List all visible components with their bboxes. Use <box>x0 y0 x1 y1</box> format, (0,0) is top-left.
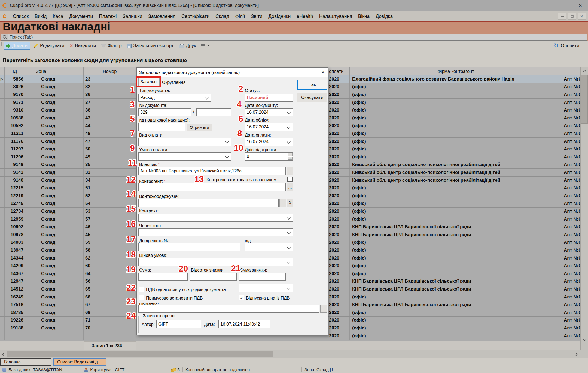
row-indicator <box>0 309 5 316</box>
cell-zone <box>25 332 57 340</box>
edit-button[interactable]: Редагувати <box>31 42 66 49</box>
price-condition-select[interactable] <box>138 258 293 266</box>
menu-item[interactable]: Вихід <box>32 14 50 19</box>
scroll-left-icon[interactable] <box>0 351 7 357</box>
menu-item[interactable]: Замовлення <box>145 14 178 19</box>
owner-input[interactable]: Апт №003 пгт.Барышевка, ул.Киевский шлях… <box>138 167 286 175</box>
consignee-clear-button[interactable]: X <box>287 199 293 207</box>
consignee-browse-button[interactable]: ... <box>279 199 286 207</box>
mdi-child-icon[interactable] <box>3 14 7 18</box>
menu-item[interactable]: Філії <box>232 14 248 19</box>
ok-button[interactable]: Так <box>297 80 327 90</box>
menu-item[interactable]: Сертифікати <box>178 14 212 19</box>
vat-same-checkbox[interactable] <box>139 287 144 292</box>
menu-item[interactable]: Залишки <box>120 14 145 19</box>
sum-input[interactable] <box>138 273 188 281</box>
menu-item[interactable]: Довідники <box>265 14 294 19</box>
discount-percent-input[interactable] <box>190 273 237 281</box>
toolbar-grip[interactable] <box>1 42 2 49</box>
contragent-browse-button[interactable]: ... <box>287 183 293 191</box>
tab-rounding[interactable]: Округлення <box>160 78 188 87</box>
cell-zone: Склад <box>25 114 57 122</box>
cancel-button[interactable]: Скасувати <box>297 93 327 102</box>
doc-type-select[interactable]: Расход <box>138 94 211 102</box>
vat-force-checkbox[interactable] <box>139 295 144 300</box>
print-button[interactable]: Друк <box>177 42 198 49</box>
delay-days-stepper[interactable]: 0 ▲▼ <box>245 152 293 161</box>
vat-included-checkbox[interactable]: ✓ <box>239 295 244 300</box>
cell-zone: Склад <box>25 83 57 91</box>
refresh-button[interactable]: ↻ Оновити <box>554 43 588 48</box>
view-options-button[interactable] <box>199 43 212 48</box>
menu-item[interactable]: Список <box>10 14 32 19</box>
header-id[interactable]: ІД <box>5 67 25 75</box>
payment-condition-select[interactable] <box>138 152 231 161</box>
via-whom-select[interactable] <box>138 228 293 236</box>
doc-number2-input[interactable] <box>196 108 231 116</box>
menu-item[interactable]: Платежі <box>96 14 120 19</box>
menu-item[interactable]: eHealth <box>294 14 316 19</box>
cell-pharmacy: Апт №0 <box>562 332 580 340</box>
header-zone[interactable]: Зона <box>25 67 57 75</box>
filter-button[interactable]: Фільтр <box>99 42 124 49</box>
note-browse-button[interactable]: ... <box>320 305 327 313</box>
horizontal-scrollbar[interactable] <box>0 350 588 358</box>
add-button[interactable]: Додати <box>4 42 30 50</box>
scroll-down-icon[interactable] <box>581 337 588 343</box>
cell-empty <box>57 145 84 153</box>
scroll-up-icon[interactable] <box>581 67 588 74</box>
menu-item[interactable]: Вікна <box>355 14 373 19</box>
menu-item[interactable]: Каса <box>50 14 66 19</box>
header-empty[interactable] <box>57 67 84 75</box>
discount-sum-input[interactable] <box>239 273 286 281</box>
mdi-close-icon[interactable]: × <box>578 13 586 20</box>
payment-type-select[interactable] <box>138 138 231 146</box>
menu-item[interactable]: Документи <box>66 14 96 19</box>
delete-button[interactable]: × Видалити <box>68 42 98 49</box>
dialog-titlebar[interactable]: Заголовок видаткового документа (новий з… <box>137 68 328 77</box>
mdi-minimize-icon[interactable] <box>558 13 566 20</box>
proxy-number-input[interactable] <box>138 243 240 251</box>
vertical-scrollbar[interactable] <box>580 67 588 350</box>
dialog-close-icon[interactable]: × <box>321 69 325 76</box>
restore-icon[interactable] <box>570 3 570 8</box>
close-icon[interactable]: × <box>578 3 582 8</box>
vertical-scroll-thumb[interactable] <box>581 75 588 124</box>
contract-select[interactable] <box>138 214 293 222</box>
refresh-dropdown-icon[interactable] <box>582 47 584 48</box>
account-date-select[interactable]: 16.07.2024 <box>245 123 293 131</box>
stepper-arrows[interactable]: ▲▼ <box>288 153 293 160</box>
doc-number-input[interactable]: 329 <box>138 108 191 116</box>
stepper-up-icon[interactable]: ▲ <box>288 153 293 156</box>
export-button[interactable]: Загальний експорт <box>125 42 176 49</box>
note-input[interactable] <box>138 305 319 313</box>
header-firm[interactable]: Фірма-контрагент <box>350 67 562 75</box>
menu-item[interactable]: Звіти <box>248 14 266 19</box>
horizontal-scroll-thumb[interactable] <box>7 351 273 357</box>
cell-pharmacy: Апт №0 <box>562 138 580 145</box>
grid-options-icon[interactable] <box>1 70 3 72</box>
proxy-from-select[interactable] <box>245 243 293 251</box>
search-input[interactable]: Поиск (Tab) <box>1 34 587 41</box>
get-tax-number-button[interactable]: Отримати <box>187 124 212 131</box>
consignee-input[interactable] <box>138 199 279 207</box>
menu-item[interactable]: Налаштування <box>316 14 355 19</box>
scroll-right-icon[interactable] <box>573 351 580 357</box>
stepper-down-icon[interactable]: ▼ <box>288 157 293 160</box>
header-number[interactable]: Номер <box>84 67 136 75</box>
menu-item[interactable]: Склад <box>212 14 232 19</box>
doc-date-select[interactable]: 16.07.2024 <box>245 108 293 116</box>
tax-invoice-input[interactable] <box>138 123 185 131</box>
window-tab[interactable]: Список: Видаткові д ... <box>53 358 106 366</box>
row-indicator <box>0 99 5 106</box>
header-pharmacy[interactable] <box>562 67 580 75</box>
control-by-owner-checkbox[interactable] <box>287 177 293 182</box>
cell-number: 70 <box>84 324 136 332</box>
menu-item[interactable]: Довідка <box>373 14 396 19</box>
vat-rate-select[interactable] <box>239 284 293 292</box>
payment-date-select[interactable]: 16.07.2024 <box>245 138 293 146</box>
owner-browse-button[interactable]: ... <box>287 167 293 175</box>
contragent-input[interactable] <box>138 183 286 191</box>
window-tab[interactable]: Головна <box>0 358 51 366</box>
mdi-restore-icon[interactable] <box>568 13 576 20</box>
